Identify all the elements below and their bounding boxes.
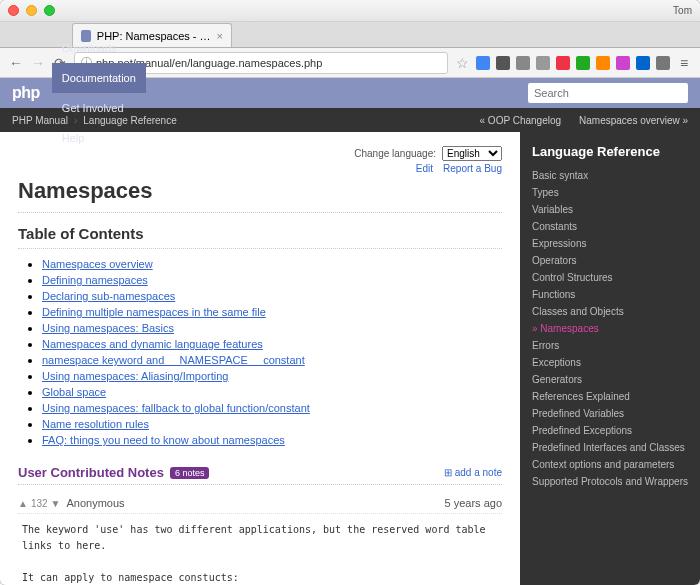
- main-content: Change language: English Edit Report a B…: [0, 132, 520, 585]
- note-body: The keyword 'use' has two different appl…: [18, 514, 502, 585]
- note-age: 5 years ago: [445, 497, 502, 509]
- sidebar-item-constants[interactable]: Constants: [520, 218, 700, 235]
- extension-icons: [476, 56, 670, 70]
- sidebar-item-types[interactable]: Types: [520, 184, 700, 201]
- report-bug-link[interactable]: Report a Bug: [443, 163, 502, 174]
- note-score: 132: [31, 498, 48, 509]
- downvote-icon[interactable]: ▼: [51, 498, 61, 509]
- sidebar-item-namespaces[interactable]: » Namespaces: [520, 320, 700, 337]
- upvote-icon[interactable]: ▲: [18, 498, 28, 509]
- sidebar-item-predefined-interfaces-and-classes[interactable]: Predefined Interfaces and Classes: [520, 439, 700, 456]
- toc-link[interactable]: Namespaces overview: [42, 258, 153, 270]
- sidebar: Language Reference Basic syntaxTypesVari…: [520, 132, 700, 585]
- sidebar-item-classes-and-objects[interactable]: Classes and Objects: [520, 303, 700, 320]
- ext-icon[interactable]: [656, 56, 670, 70]
- add-note-link[interactable]: add a note: [444, 467, 502, 478]
- close-tab-icon[interactable]: ×: [217, 30, 223, 42]
- toc-link[interactable]: Using namespaces: fallback to global fun…: [42, 402, 310, 414]
- site-search-input[interactable]: [528, 83, 688, 103]
- traffic-lights: [8, 5, 55, 16]
- window-titlebar: Tom: [0, 0, 700, 22]
- next-link[interactable]: Namespaces overview »: [579, 115, 688, 126]
- page-title: Namespaces: [18, 178, 502, 213]
- sidebar-item-supported-protocols-and-wrappers[interactable]: Supported Protocols and Wrappers: [520, 473, 700, 490]
- ext-icon[interactable]: [636, 56, 650, 70]
- bookmark-icon[interactable]: ☆: [454, 55, 470, 71]
- site-nav: php DownloadsDocumentationGet InvolvedHe…: [0, 78, 700, 108]
- ext-icon[interactable]: [616, 56, 630, 70]
- close-window-button[interactable]: [8, 5, 19, 16]
- ext-icon[interactable]: [496, 56, 510, 70]
- maximize-window-button[interactable]: [44, 5, 55, 16]
- crumb-link[interactable]: Language Reference: [83, 115, 176, 126]
- change-language-label: Change language:: [354, 148, 436, 159]
- language-select[interactable]: English: [442, 146, 502, 161]
- back-button[interactable]: ←: [8, 55, 24, 71]
- toc-list: Namespaces overviewDefining namespacesDe…: [18, 257, 502, 447]
- nav-item-downloads[interactable]: Downloads: [52, 33, 146, 63]
- ext-icon[interactable]: [476, 56, 490, 70]
- toc-link[interactable]: FAQ: things you need to know about names…: [42, 434, 285, 446]
- forward-button[interactable]: →: [30, 55, 46, 71]
- minimize-window-button[interactable]: [26, 5, 37, 16]
- window-user-label: Tom: [673, 5, 692, 16]
- toc-link[interactable]: Defining namespaces: [42, 274, 148, 286]
- toc-link[interactable]: Name resolution rules: [42, 418, 149, 430]
- notes-heading: User Contributed Notes: [18, 465, 164, 480]
- toc-link[interactable]: Using namespaces: Aliasing/Importing: [42, 370, 228, 382]
- notes-count-badge: 6 notes: [170, 467, 210, 479]
- ext-icon[interactable]: [556, 56, 570, 70]
- sidebar-item-exceptions[interactable]: Exceptions: [520, 354, 700, 371]
- toc-link[interactable]: Declaring sub-namespaces: [42, 290, 175, 302]
- sidebar-title: Language Reference: [520, 142, 700, 167]
- sidebar-item-predefined-variables[interactable]: Predefined Variables: [520, 405, 700, 422]
- sidebar-item-basic-syntax[interactable]: Basic syntax: [520, 167, 700, 184]
- toc-link[interactable]: Defining multiple namespaces in the same…: [42, 306, 266, 318]
- sidebar-item-references-explained[interactable]: References Explained: [520, 388, 700, 405]
- toc-heading: Table of Contents: [18, 225, 502, 249]
- edit-link[interactable]: Edit: [416, 163, 433, 174]
- sidebar-item-generators[interactable]: Generators: [520, 371, 700, 388]
- ext-icon[interactable]: [536, 56, 550, 70]
- ext-icon[interactable]: [576, 56, 590, 70]
- sidebar-item-control-structures[interactable]: Control Structures: [520, 269, 700, 286]
- sidebar-item-operators[interactable]: Operators: [520, 252, 700, 269]
- sidebar-item-expressions[interactable]: Expressions: [520, 235, 700, 252]
- crumb-link[interactable]: PHP Manual: [12, 115, 68, 126]
- ext-icon[interactable]: [516, 56, 530, 70]
- sidebar-item-functions[interactable]: Functions: [520, 286, 700, 303]
- sidebar-item-context-options-and-parameters[interactable]: Context options and parameters: [520, 456, 700, 473]
- note-author: Anonymous: [67, 497, 125, 509]
- sidebar-item-variables[interactable]: Variables: [520, 201, 700, 218]
- menu-icon[interactable]: ≡: [676, 55, 692, 71]
- sidebar-item-predefined-exceptions[interactable]: Predefined Exceptions: [520, 422, 700, 439]
- ext-icon[interactable]: [596, 56, 610, 70]
- sidebar-item-errors[interactable]: Errors: [520, 337, 700, 354]
- toc-link[interactable]: Namespaces and dynamic language features: [42, 338, 263, 350]
- user-note: ▲132▼ Anonymous 5 years ago The keyword …: [18, 493, 502, 585]
- prev-link[interactable]: « OOP Changelog: [480, 115, 562, 126]
- php-logo[interactable]: php: [12, 84, 40, 102]
- nav-item-documentation[interactable]: Documentation: [52, 63, 146, 93]
- toc-link[interactable]: Global space: [42, 386, 106, 398]
- toc-link[interactable]: Using namespaces: Basics: [42, 322, 174, 334]
- toc-link[interactable]: namespace keyword and __NAMESPACE__ cons…: [42, 354, 305, 366]
